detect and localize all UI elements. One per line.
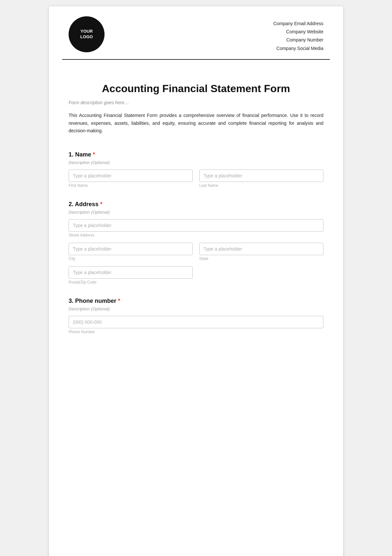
name-field-row: First Name Last Name [69, 170, 323, 188]
section-phone-desc: Description (Optional) [69, 306, 323, 311]
postal-spacer [199, 266, 323, 285]
required-star-3: * [118, 298, 120, 304]
phone-input[interactable] [69, 316, 323, 328]
form-intro: This Accounting Financial Statement Form… [69, 112, 323, 135]
first-name-input[interactable] [69, 170, 193, 182]
required-star-2: * [100, 201, 102, 207]
company-number: Company Number [273, 36, 323, 44]
city-input[interactable] [69, 243, 193, 255]
first-name-label: First Name [69, 183, 193, 188]
header: YOUR LOGO Company Email Address Company … [49, 7, 343, 59]
city-label: City [69, 256, 193, 261]
section-phone: 3. Phone number * Description (Optional)… [69, 298, 323, 334]
street-address-input[interactable] [69, 219, 323, 232]
postal-label: Postal/Zip Code [69, 280, 193, 285]
section-phone-title: 3. Phone number * [69, 298, 323, 304]
page: YOUR LOGO Company Email Address Company … [49, 7, 343, 556]
street-address-label: Street Address [69, 233, 323, 237]
first-name-col: First Name [69, 170, 193, 188]
last-name-input[interactable] [199, 170, 323, 182]
postal-row: Postal/Zip Code [69, 266, 323, 285]
section-name-desc: Description (Optional) [69, 160, 323, 165]
logo-line1: YOUR [80, 29, 93, 34]
postal-col: Postal/Zip Code [69, 266, 193, 285]
section-address-desc: Description (Optional) [69, 210, 323, 215]
company-social: Company Social Media [273, 44, 323, 53]
state-label: State [199, 256, 323, 261]
section-name: 1. Name * Description (Optional) First N… [69, 151, 323, 188]
city-state-row: City State [69, 243, 323, 261]
section-address-title: 2. Address * [69, 201, 323, 208]
company-website: Company Website [273, 28, 323, 36]
company-email: Company Email Address [273, 20, 323, 28]
street-address-field: Street Address [69, 219, 323, 237]
phone-field: Phone Number [69, 316, 323, 334]
city-col: City [69, 243, 193, 261]
form-description-italic: Form description goes here.... [69, 100, 323, 105]
section-name-title: 1. Name * [69, 151, 323, 158]
form-body: Accounting Financial Statement Form Form… [49, 60, 343, 367]
logo-line2: LOGO [80, 34, 93, 40]
required-star: * [93, 151, 95, 158]
last-name-col: Last Name [199, 170, 323, 188]
last-name-label: Last Name [199, 183, 323, 188]
state-input[interactable] [199, 243, 323, 255]
company-info: Company Email Address Company Website Co… [273, 20, 323, 53]
logo: YOUR LOGO [69, 16, 105, 52]
section-address: 2. Address * Description (Optional) Stre… [69, 201, 323, 285]
postal-input[interactable] [69, 266, 193, 279]
state-col: State [199, 243, 323, 261]
phone-label: Phone Number [69, 330, 323, 334]
form-title: Accounting Financial Statement Form [69, 83, 323, 95]
